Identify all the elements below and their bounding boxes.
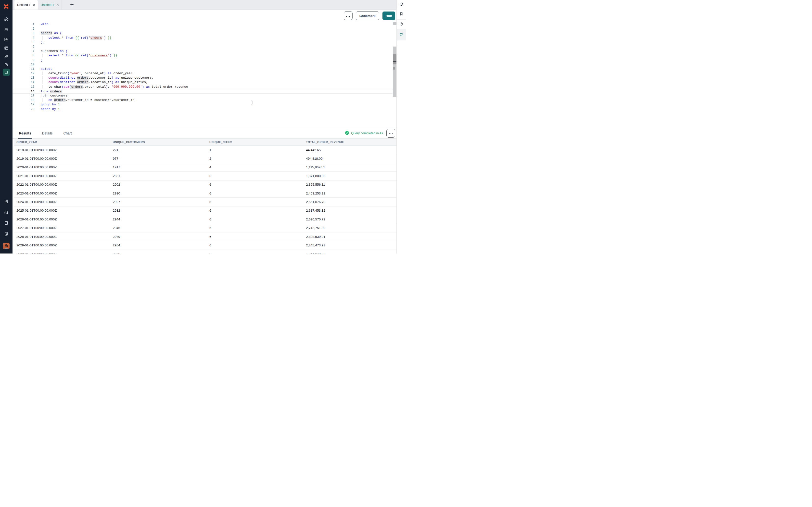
table-cell[interactable]: 2024-01-01T00:00:00.000Z [14, 200, 110, 204]
table-cell[interactable]: 6 [207, 191, 304, 195]
table-cell[interactable]: 2,551,076.70 [304, 200, 397, 204]
scrollbar-thumb[interactable] [393, 54, 397, 64]
table-cell[interactable]: 2946 [110, 226, 207, 230]
table-cell[interactable]: 2027-01-01T00:00:00.000Z [14, 226, 110, 230]
table-row[interactable]: 2022-01-01T00:00:00.000Z290262,325,556.1… [14, 180, 397, 189]
table-row[interactable]: 2030-01-01T00:00:00.000Z287961,841,049.3… [14, 250, 397, 253]
table-cell[interactable]: 2021-01-01T00:00:00.000Z [14, 174, 110, 178]
table-cell[interactable]: 1917 [110, 165, 207, 169]
table-cell[interactable]: 2022-01-01T00:00:00.000Z [14, 183, 110, 186]
table-cell[interactable]: 2,617,453.32 [304, 209, 397, 212]
magic-comments-panel-button[interactable] [397, 30, 406, 41]
code-line[interactable]: 3orders as ( [12, 31, 397, 36]
table-row[interactable]: 2018-01-01T00:00:00.000Z221144,442.65 [14, 146, 397, 154]
table-row[interactable]: 2023-01-01T00:00:00.000Z293062,453,253.3… [14, 189, 397, 198]
column-header[interactable]: UNIQUE_CITIES [207, 140, 304, 144]
table-cell[interactable]: 2,742,751.39 [304, 226, 397, 230]
column-header[interactable]: UNIQUE_CUSTOMERS [110, 140, 207, 144]
table-cell[interactable]: 2661 [110, 174, 207, 178]
code-line[interactable]: 9) [12, 58, 397, 62]
tab-details[interactable]: Details [41, 128, 53, 138]
table-row[interactable]: 2029-01-01T00:00:00.000Z295462,845,473.9… [14, 241, 397, 249]
tab-untitled-1[interactable]: Untitled 1 [14, 0, 38, 9]
table-cell[interactable]: 2949 [110, 235, 207, 238]
close-icon[interactable] [56, 4, 59, 6]
table-cell[interactable]: 6 [207, 174, 304, 178]
table-cell[interactable]: 2023-01-01T00:00:00.000Z [14, 191, 110, 195]
code-line[interactable]: 6 [12, 45, 397, 49]
table-row[interactable]: 2028-01-01T00:00:00.000Z294962,808,539.0… [14, 232, 397, 241]
table-cell[interactable]: 2018-01-01T00:00:00.000Z [14, 148, 110, 152]
new-tab-button[interactable] [68, 0, 75, 9]
code-line[interactable]: 15 to_char(sum(orders.order_total), '999… [12, 85, 397, 89]
code-line[interactable]: 1with [12, 22, 397, 27]
explore-panel-button[interactable] [397, 0, 406, 9]
table-cell[interactable]: 494,818.00 [304, 157, 397, 160]
results-more-button[interactable] [387, 129, 395, 138]
close-icon[interactable] [33, 4, 35, 6]
table-cell[interactable]: 977 [110, 157, 207, 160]
table-cell[interactable]: 2028-01-01T00:00:00.000Z [14, 235, 110, 238]
table-cell[interactable]: 2932 [110, 209, 207, 212]
table-cell[interactable]: 2,845,473.93 [304, 243, 397, 247]
table-cell[interactable]: 2902 [110, 183, 207, 186]
code-line[interactable]: 20order by 1 [12, 107, 397, 111]
table-cell[interactable]: 6 [207, 183, 304, 186]
table-cell[interactable]: 6 [207, 200, 304, 204]
code-line[interactable]: 5), [12, 40, 397, 45]
more-options-button[interactable] [344, 11, 353, 20]
table-cell[interactable]: 2,325,556.11 [304, 183, 397, 186]
code-line[interactable]: 18 on orders.customer_id = customers.cus… [12, 98, 397, 102]
code-line[interactable]: 12 date_trunc('year', ordered_at) as ord… [12, 71, 397, 76]
table-row[interactable]: 2021-01-01T00:00:00.000Z266161,871,800.8… [14, 172, 397, 180]
tab-results[interactable]: Results [18, 128, 32, 138]
table-cell[interactable]: 4 [207, 165, 304, 169]
table-cell[interactable]: 6 [207, 243, 304, 247]
code-line[interactable]: 16from orders [12, 89, 397, 94]
column-header[interactable]: TOTAL_ORDER_REVENUE [304, 140, 397, 144]
table-cell[interactable]: 1,841,049.32 [304, 252, 397, 253]
table-cell[interactable]: 2026-01-01T00:00:00.000Z [14, 218, 110, 221]
column-header[interactable]: ORDER_YEAR [14, 140, 110, 144]
table-cell[interactable]: 2030-01-01T00:00:00.000Z [14, 252, 110, 253]
table-cell[interactable]: 6 [207, 209, 304, 212]
code-line[interactable]: 4 select * from {{ ref('orders') }} [12, 36, 397, 40]
table-cell[interactable]: 2 [207, 157, 304, 160]
code-line[interactable]: 11select [12, 67, 397, 71]
table-row[interactable]: 2020-01-01T00:00:00.000Z191741,115,869.5… [14, 163, 397, 172]
code-line[interactable]: 2 [12, 27, 397, 31]
sidebar-docs-button[interactable] [0, 219, 12, 227]
table-row[interactable]: 2027-01-01T00:00:00.000Z294662,742,751.3… [14, 224, 397, 232]
sidebar-support-button[interactable] [0, 208, 12, 216]
run-button[interactable]: Run [383, 11, 395, 20]
table-cell[interactable]: 2020-01-01T00:00:00.000Z [14, 165, 110, 169]
code-line[interactable]: 13 count(distinct orders.customer_id) as… [12, 76, 397, 80]
tab-untitled-1-b[interactable]: Untitled 1 [38, 0, 62, 9]
code-line[interactable]: 10 [12, 62, 397, 67]
bookmark-button[interactable]: Bookmark [356, 11, 379, 20]
table-cell[interactable]: 6 [207, 218, 304, 221]
table-cell[interactable]: 2,453,253.32 [304, 191, 397, 195]
table-cell[interactable]: 2944 [110, 218, 207, 221]
table-row[interactable]: 2024-01-01T00:00:00.000Z292762,551,076.7… [14, 198, 397, 206]
code-line[interactable]: 8 select * from {{ ref('customers') }} [12, 53, 397, 58]
sql-editor[interactable]: 1with23orders as (4 select * from {{ ref… [12, 21, 397, 128]
tab-chart[interactable]: Chart [62, 128, 72, 138]
history-panel-button[interactable] [397, 19, 406, 30]
code-line[interactable]: 7customers as ( [12, 49, 397, 53]
user-avatar[interactable] [3, 243, 9, 249]
hex-logo[interactable] [3, 3, 9, 10]
sidebar-collections-button[interactable] [0, 25, 12, 33]
table-cell[interactable]: 2019-01-01T00:00:00.000Z [14, 157, 110, 160]
table-cell[interactable]: 221 [110, 148, 207, 152]
sidebar-code-apps-button[interactable] [0, 44, 12, 52]
sidebar-explore-button[interactable] [0, 60, 12, 69]
table-cell[interactable]: 6 [207, 226, 304, 230]
table-cell[interactable]: 2930 [110, 191, 207, 195]
table-cell[interactable]: 1 [207, 148, 304, 152]
table-row[interactable]: 2026-01-01T00:00:00.000Z294462,690,570.7… [14, 215, 397, 224]
table-cell[interactable]: 2927 [110, 200, 207, 204]
table-cell[interactable]: 2025-01-01T00:00:00.000Z [14, 209, 110, 212]
sidebar-workspace-button[interactable] [0, 229, 12, 238]
sidebar-projects-button[interactable] [0, 35, 12, 44]
